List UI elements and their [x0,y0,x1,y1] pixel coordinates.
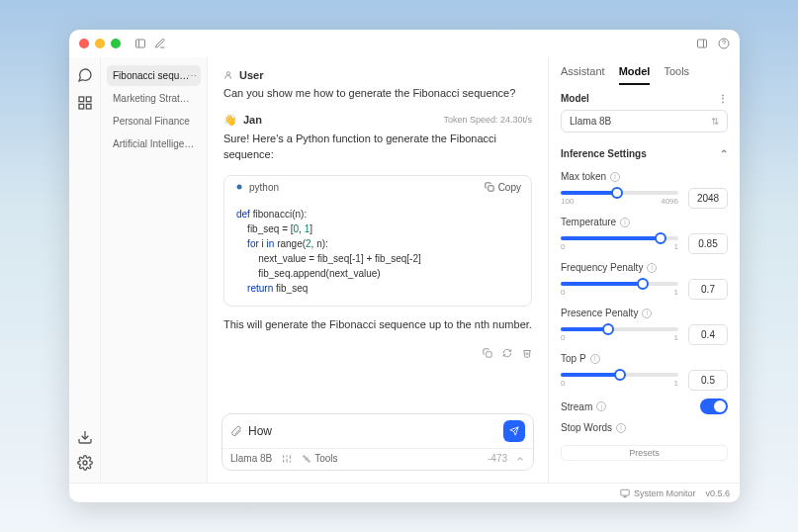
slider-2[interactable] [561,282,678,286]
message-actions [223,344,532,362]
stream-label: Stream [561,401,592,412]
svg-line-27 [306,457,307,458]
user-label: User [239,69,263,81]
panel-toggle-icon[interactable] [134,38,146,49]
svg-point-26 [309,460,310,462]
slider-max: 4096 [661,197,678,206]
model-section-label: Model [561,93,589,104]
svg-rect-9 [86,104,91,109]
model-select[interactable]: Llama 8B ⇅ [561,110,728,133]
maximize-window-icon[interactable] [111,39,121,48]
thread-item-ai[interactable]: Artificial Intelligen… [107,133,201,154]
setting-value-input[interactable]: 0.4 [688,324,728,345]
slider-max: 1 [674,288,678,297]
info-icon[interactable]: i [647,263,657,273]
info-icon[interactable]: i [642,309,652,318]
setting-value-input[interactable]: 0.5 [688,370,728,391]
info-icon[interactable]: i [620,218,630,227]
thread-sidebar: Fibonacci sequ… ⋯ Marketing Strategy Per… [101,57,208,483]
system-monitor-button[interactable]: System Monitor [620,488,696,498]
help-icon[interactable] [718,38,730,49]
setting-value-input[interactable]: 0.85 [688,233,728,254]
settings-icon[interactable] [77,455,93,471]
svg-point-12 [226,72,229,75]
tab-tools[interactable]: Tools [664,65,689,85]
tools-button[interactable]: Tools [302,453,337,464]
setting-label: Max token [561,171,606,182]
main-area: User Can you show me how to generate the… [208,57,548,483]
panel-tabs: Assistant Model Tools [549,57,740,85]
thread-item-fibonacci[interactable]: Fibonacci sequ… ⋯ [107,65,201,86]
minimize-window-icon[interactable] [95,39,105,48]
chat-icon[interactable] [77,67,93,83]
more-icon[interactable]: ⋮ [718,93,728,104]
info-icon[interactable]: i [590,354,600,364]
chevron-updown-icon: ⇅ [711,116,719,127]
slider-4[interactable] [561,373,678,377]
bot-avatar-icon: 👋 [223,114,237,127]
copy-code-button[interactable]: Copy [485,182,521,193]
code-content: def fibonacci(n): fib_seq = [0, 1] for i… [224,199,531,306]
bot-intro: Sure! Here's a Python function to genera… [223,131,532,163]
copy-label: Copy [498,182,521,193]
traffic-lights [79,39,121,48]
titlebar [69,30,740,57]
sliders-icon[interactable] [282,454,292,464]
copy-icon [485,182,494,192]
chevron-up-icon[interactable] [515,454,525,464]
user-avatar-icon [223,70,233,80]
message-input[interactable] [248,424,497,438]
panel-right-icon[interactable] [696,38,708,49]
setting-label: Frequency Penalty [561,262,643,273]
presets-button[interactable]: Presets [561,445,728,461]
delete-message-icon[interactable] [522,344,532,362]
setting-label: Presence Penalty [561,308,638,318]
bot-outro: This will generate the Fibonacci sequenc… [223,316,532,333]
thread-menu-icon[interactable]: ⋯ [187,70,197,81]
setting-value-input[interactable]: 0.7 [688,279,728,300]
svg-point-25 [304,455,306,457]
tab-assistant[interactable]: Assistant [561,65,605,85]
slider-3[interactable] [561,327,678,331]
slider-min: 0 [561,288,565,297]
setting-label: Top P [561,353,586,364]
code-lang-label: python [249,182,279,193]
slider-max: 1 [674,333,678,342]
stopwords-label: Stop Words [561,422,612,433]
slider-0[interactable] [561,191,678,195]
composer-model[interactable]: Llama 8B [230,453,272,464]
info-icon[interactable]: i [596,401,606,411]
right-panel: Assistant Model Tools Model⋮ Llama 8B ⇅ … [548,57,740,483]
tab-model[interactable]: Model [619,65,651,85]
slider-max: 1 [674,379,678,388]
thread-label: Fibonacci sequ… [113,70,189,81]
copy-message-icon[interactable] [483,344,492,362]
setting-value-input[interactable]: 2048 [688,188,728,209]
info-icon[interactable]: i [610,172,620,182]
send-button[interactable] [503,420,525,442]
slider-min: 0 [561,379,565,388]
slider-1[interactable] [561,236,678,240]
attach-icon[interactable] [230,425,242,437]
download-icon[interactable] [77,429,93,445]
regenerate-icon[interactable] [502,344,512,362]
thread-item-marketing[interactable]: Marketing Strategy [107,88,201,109]
slider-max: 1 [674,242,678,251]
chevron-up-icon[interactable]: ⌃ [720,148,728,159]
thread-item-finance[interactable]: Personal Finance [107,111,201,132]
stream-toggle[interactable] [700,399,728,414]
token-count: -473 [488,453,507,464]
new-chat-icon[interactable] [154,38,166,49]
token-speed: Token Speed: 24.30t/s [443,115,532,125]
svg-line-28 [308,459,309,460]
footer: System Monitor v0.5.6 [69,483,740,502]
close-window-icon[interactable] [79,39,89,48]
app-window: Fibonacci sequ… ⋯ Marketing Strategy Per… [69,30,740,502]
grid-icon[interactable] [77,95,93,111]
chat-scroll[interactable]: User Can you show me how to generate the… [208,57,548,413]
slider-min: 0 [561,333,565,342]
user-message: Can you show me how to generate the Fibo… [223,85,532,102]
info-icon[interactable]: i [616,423,626,433]
send-icon [509,426,519,436]
svg-rect-8 [79,104,84,109]
